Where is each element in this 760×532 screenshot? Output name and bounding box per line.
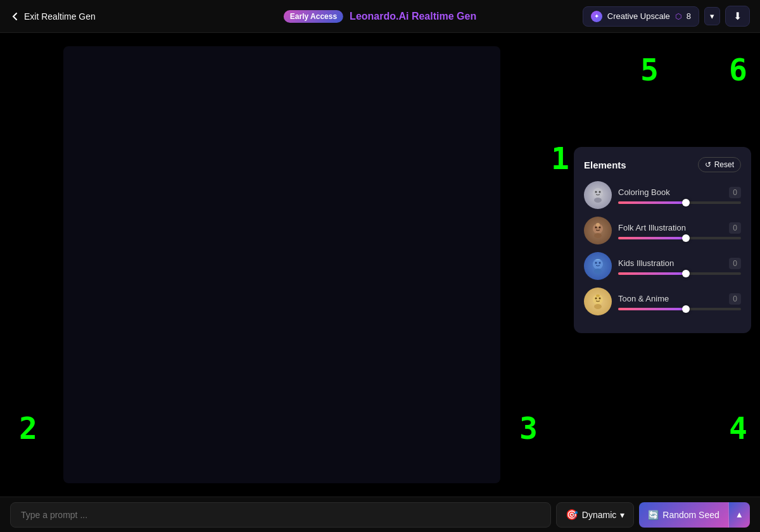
element-name-row-toon: Toon & Anime 0 [618, 293, 741, 305]
token-count: 8 [687, 11, 691, 21]
back-arrow-icon [10, 11, 20, 22]
slider-thumb-toon [682, 305, 690, 313]
element-item-kids: Kids Illustration 0 [584, 252, 741, 280]
main-area: Elements ↺ Reset [0, 33, 760, 497]
slider-thumb-coloring-book [682, 199, 690, 206]
prompt-input[interactable] [10, 502, 551, 528]
element-thumb-kids [584, 252, 612, 280]
dynamic-dropdown-arrow: ▾ [620, 510, 624, 520]
element-value-folk-art: 0 [729, 222, 741, 234]
kids-thumb [588, 256, 607, 276]
svg-point-1 [594, 198, 602, 203]
element-value-coloring-book: 0 [729, 187, 741, 198]
toon-thumb [588, 292, 607, 311]
dynamic-label: Dynamic [582, 510, 616, 520]
slider-thumb-kids [682, 270, 690, 277]
element-name-row-kids: Kids Illustration 0 [618, 258, 741, 269]
bottom-bar: 🎯 Dynamic ▾ 🔄 Random Seed ▲ [0, 497, 760, 532]
element-name-kids: Kids Illustration [618, 258, 674, 268]
reset-icon: ↺ [705, 160, 711, 169]
svg-point-11 [595, 262, 597, 264]
element-content-coloring-book: Coloring Book 0 [618, 187, 741, 204]
dynamic-icon: 🎯 [566, 509, 578, 521]
element-item-toon: Toon & Anime 0 [584, 288, 741, 315]
reset-label: Reset [714, 160, 734, 169]
creative-upscale-label: Creative Upscale [607, 11, 670, 21]
brand-ai: Ai [398, 11, 408, 22]
svg-point-0 [593, 188, 603, 198]
random-seed-button[interactable]: 🔄 Random Seed [639, 502, 728, 528]
slider-fill-toon [618, 308, 686, 310]
slider-kids[interactable] [618, 272, 741, 275]
element-item-folk-art: Folk Art Illustration 0 [584, 217, 741, 244]
element-content-toon: Toon & Anime 0 [618, 293, 741, 310]
slider-fill-coloring-book [618, 201, 686, 204]
creative-upscale-icon: ✦ [591, 11, 602, 22]
svg-point-3 [599, 191, 601, 193]
svg-point-16 [599, 298, 601, 300]
elements-panel: Elements ↺ Reset [574, 147, 751, 333]
elements-header: Elements ↺ Reset [584, 157, 741, 172]
exit-label: Exit Realtime Gen [24, 11, 96, 22]
element-thumb-toon [584, 288, 612, 315]
folk-art-thumb [588, 221, 607, 240]
header-center: Early Access Leonardo.Ai Realtime Gen [284, 10, 476, 23]
reset-button[interactable]: ↺ Reset [698, 157, 741, 172]
element-name-coloring-book: Coloring Book [618, 187, 670, 197]
element-name-row: Coloring Book 0 [618, 187, 741, 198]
slider-coloring-book[interactable] [618, 201, 741, 204]
creative-upscale-dropdown[interactable]: ▾ [704, 7, 720, 25]
header-right: ✦ Creative Upscale ⬡ 8 ▾ ⬇ [583, 6, 750, 27]
element-name-row-folk: Folk Art Illustration 0 [618, 222, 741, 234]
slider-folk-art[interactable] [618, 237, 741, 239]
slider-fill-folk-art [618, 237, 686, 239]
element-name-toon: Toon & Anime [618, 294, 669, 303]
slider-thumb-folk-art [682, 234, 690, 242]
token-icon: ⬡ [675, 12, 681, 21]
svg-point-12 [599, 262, 601, 264]
svg-point-14 [594, 304, 602, 309]
slider-fill-kids [618, 272, 686, 275]
svg-point-2 [595, 191, 597, 193]
seed-up-arrow-icon: ▲ [735, 510, 744, 519]
dynamic-button[interactable]: 🎯 Dynamic ▾ [556, 502, 634, 528]
element-content-kids: Kids Illustration 0 [618, 258, 741, 275]
seed-arrow-button[interactable]: ▲ [728, 502, 750, 528]
coloring-book-thumb [588, 186, 607, 205]
canvas-area[interactable] [0, 33, 564, 497]
element-value-toon: 0 [729, 293, 741, 305]
element-content-folk-art: Folk Art Illustration 0 [618, 222, 741, 239]
header: Exit Realtime Gen Early Access Leonardo.… [0, 0, 760, 33]
elements-title: Elements [584, 160, 626, 170]
svg-point-10 [594, 269, 602, 274]
svg-point-7 [599, 227, 601, 229]
brand-name: Leonardo.Ai Realtime Gen [350, 11, 476, 22]
early-access-badge: Early Access [284, 10, 343, 23]
download-button[interactable]: ⬇ [725, 6, 750, 27]
random-seed-group: 🔄 Random Seed ▲ [639, 502, 750, 528]
right-panel: Elements ↺ Reset [564, 33, 760, 497]
svg-point-5 [594, 233, 602, 238]
slider-toon[interactable] [618, 308, 741, 310]
realtime-gen-label: Realtime Gen [412, 11, 476, 22]
header-left: Exit Realtime Gen [10, 11, 96, 22]
svg-point-6 [595, 227, 597, 229]
element-name-folk-art: Folk Art Illustration [618, 223, 686, 232]
random-seed-icon: 🔄 [648, 510, 659, 520]
svg-point-8 [596, 223, 600, 227]
exit-button[interactable]: Exit Realtime Gen [10, 11, 96, 22]
element-thumb-coloring-book [584, 181, 612, 209]
svg-point-15 [595, 298, 597, 300]
main-wrapper: 1 5 6 2 3 4 Elements ↺ Reset [0, 33, 760, 497]
brand-leonardo: Leonardo. [350, 11, 398, 22]
element-value-kids: 0 [729, 258, 741, 269]
element-item-coloring-book: Coloring Book 0 [584, 181, 741, 209]
element-thumb-folk-art [584, 217, 612, 244]
svg-point-9 [593, 259, 603, 269]
download-icon: ⬇ [733, 11, 742, 22]
canvas[interactable] [63, 46, 500, 483]
random-seed-label: Random Seed [662, 510, 719, 520]
creative-upscale-button[interactable]: ✦ Creative Upscale ⬡ 8 [583, 6, 699, 27]
